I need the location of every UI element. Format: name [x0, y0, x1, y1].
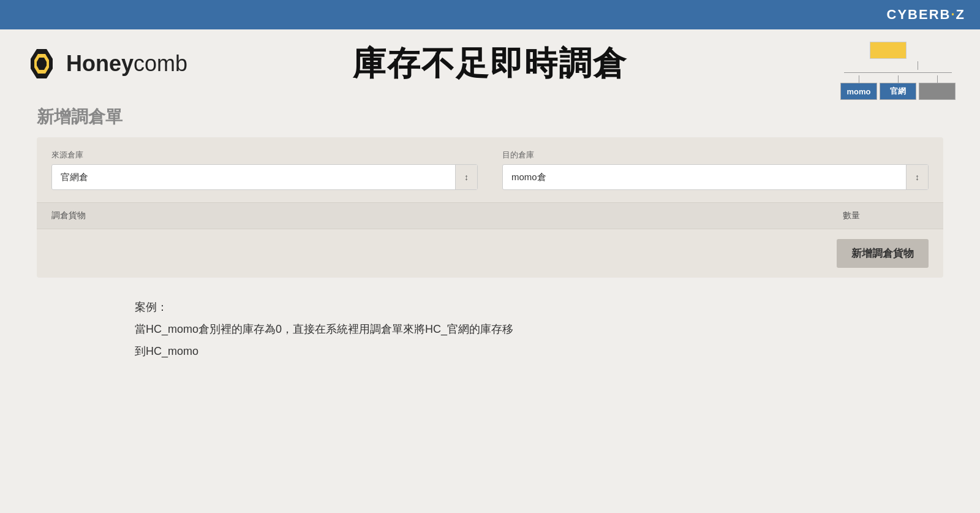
- table-body: 新增調倉貨物: [37, 229, 943, 278]
- case-line3: 到HC_momo: [135, 340, 845, 362]
- col-qty: 數量: [843, 210, 929, 221]
- content-area: 新增調倉單 來源倉庫 官網倉 ↕ 目的倉庫 momo倉 ↕: [0, 87, 980, 381]
- add-goods-button[interactable]: 新增調倉貨物: [837, 239, 929, 268]
- honeycomb-logo-icon: [24, 47, 59, 81]
- section-title: 新增調倉單: [37, 105, 943, 129]
- page-title: 庫存不足即時調倉: [353, 42, 627, 86]
- warehouse-row: 來源倉庫 官網倉 ↕ 目的倉庫 momo倉 ↕: [37, 137, 943, 203]
- dest-select-arrow[interactable]: ↕: [906, 165, 928, 189]
- case-note: 案例： 當HC_momo倉別裡的庫存為0，直接在系統裡用調倉單來將HC_官網的庫…: [37, 296, 943, 362]
- logo-dot: ·: [951, 7, 956, 22]
- diagram-node-other: [919, 83, 956, 100]
- col-goods: 調倉貨物: [51, 210, 843, 221]
- cyberbiz-logo: CYBERB·Z: [887, 7, 965, 23]
- source-select[interactable]: 官網倉 ↕: [51, 164, 478, 190]
- diagram-top-box: [870, 42, 907, 59]
- logo-bold: Honey: [66, 51, 134, 76]
- source-value: 官網倉: [52, 165, 455, 189]
- source-field: 來源倉庫 官網倉 ↕: [51, 150, 478, 190]
- dest-field: 目的倉庫 momo倉 ↕: [502, 150, 929, 190]
- logo-area: Honeycomb: [24, 47, 187, 81]
- diagram-node-official: 官網: [880, 83, 916, 100]
- logo-normal: comb: [134, 51, 187, 76]
- main-title-area: 庫存不足即時調倉: [353, 42, 627, 86]
- case-line1: 案例：: [135, 296, 845, 318]
- dest-label: 目的倉庫: [502, 150, 929, 161]
- source-select-arrow[interactable]: ↕: [455, 165, 477, 189]
- svg-marker-2: [37, 58, 47, 70]
- org-diagram: momo 官網: [840, 42, 956, 100]
- diagram-area: momo 官網: [840, 42, 956, 100]
- form-card: 來源倉庫 官網倉 ↕ 目的倉庫 momo倉 ↕ 調倉貨物 數量 新增調倉貨物: [37, 137, 943, 278]
- header: Honeycomb 庫存不足即時調倉: [0, 29, 980, 87]
- diagram-node-momo: momo: [840, 83, 877, 100]
- diagram-top-row: [870, 42, 926, 59]
- logo-text: Honeycomb: [66, 51, 187, 77]
- diagram-bottom-row: momo 官網: [840, 75, 956, 100]
- dest-value: momo倉: [503, 165, 906, 189]
- source-label: 來源倉庫: [51, 150, 478, 161]
- case-line2: 當HC_momo倉別裡的庫存為0，直接在系統裡用調倉單來將HC_官網的庫存移: [135, 318, 845, 340]
- top-bar: CYBERB·Z: [0, 0, 980, 29]
- table-header: 調倉貨物 數量: [37, 203, 943, 229]
- dest-select[interactable]: momo倉 ↕: [502, 164, 929, 190]
